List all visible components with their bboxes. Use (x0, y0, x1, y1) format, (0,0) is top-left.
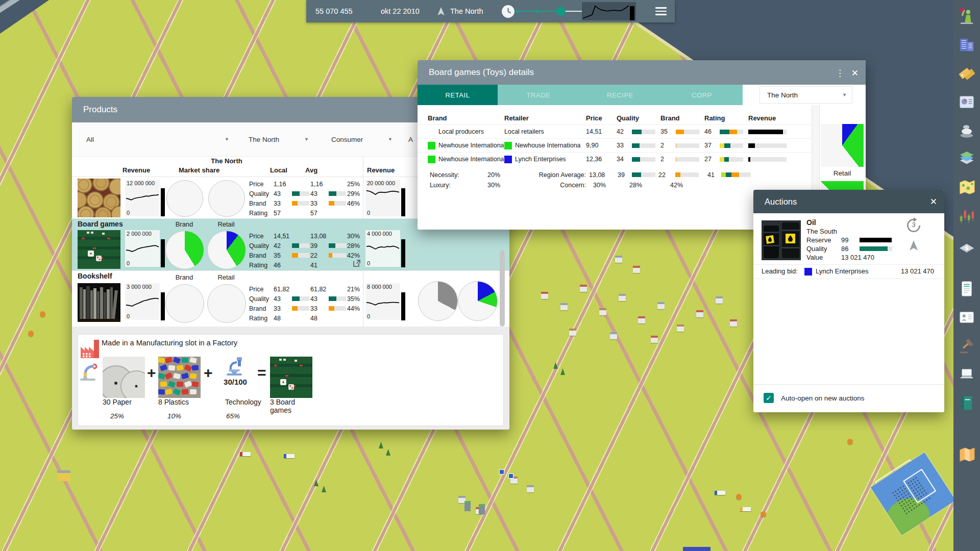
book-icon[interactable] (953, 389, 980, 417)
oil-barrels-image (762, 220, 801, 260)
go-to-location-icon[interactable] (908, 239, 920, 252)
product-name: Board games (78, 220, 123, 228)
tab-retail[interactable]: RETAIL (418, 85, 498, 105)
robot-arm-icon (78, 360, 101, 385)
layers-icon[interactable] (953, 145, 980, 173)
bottom-indigo-bar[interactable] (683, 547, 710, 551)
brand-color-swatch (428, 156, 435, 163)
products-title: Products (83, 105, 117, 115)
tab-trade[interactable]: TRADE (498, 85, 579, 105)
kebab-menu-icon[interactable]: ⋮ (836, 60, 844, 86)
checkmark-icon: ✓ (766, 394, 772, 402)
retail-share-pie (208, 180, 245, 217)
product-stats: Price14,5113,0830% Quality423928% Brand3… (249, 231, 363, 270)
brand-share-pie (165, 284, 204, 323)
filter-type-dropdown[interactable]: Consumer▼ (331, 133, 393, 146)
slider-thumb[interactable] (556, 7, 566, 16)
revenue2-mini-chart: 20 000 000 0 (365, 180, 400, 216)
output-label: 3 Board games (270, 398, 316, 414)
report-icon[interactable] (953, 88, 980, 116)
region-group-header: The North (191, 157, 262, 165)
luxury-value: 30% (487, 182, 500, 189)
retail-row[interactable]: Newhouse International Newhouse Internat… (418, 138, 812, 152)
tab-recipe[interactable]: RECIPE (579, 85, 661, 105)
contracts-icon[interactable] (953, 274, 980, 303)
revenue-current-bar (401, 188, 405, 216)
board-games-output-image (270, 357, 312, 398)
revenue-mini-chart: 3 000 000 0 (125, 283, 160, 320)
region-map-icon[interactable] (953, 441, 980, 469)
input3-label: Technology (225, 398, 276, 406)
retail-row[interactable]: Newhouse International Lynch Enterprises… (418, 152, 812, 166)
input1-label: 30 Paper (103, 398, 154, 406)
filter-category-dropdown[interactable]: All▼ (86, 133, 229, 146)
auctions-window: Auctions ✕ Oil The South Reserve 99 Qual… (753, 190, 944, 412)
bidder-color-swatch (804, 268, 812, 276)
navigation-arrow-icon (436, 0, 446, 22)
stones-icon[interactable] (953, 116, 980, 145)
product-row-bookshelf[interactable]: Bookshelf 3 000 000 0 Brand Retail Price… (72, 270, 509, 327)
revenue2-mini-chart: 4 000 000 0 (365, 230, 400, 267)
retail-table: Brand Retailer Price Quality Brand Ratin… (418, 111, 812, 166)
retail-summary: Necessity: 20% Luxury: 30% Region Averag… (418, 168, 812, 197)
input3-percent: 65% (212, 412, 254, 420)
retail-pie-label: Retail (208, 273, 244, 281)
contacts-icon[interactable] (953, 303, 980, 332)
revenue-current-bar (161, 188, 165, 216)
close-icon[interactable]: ✕ (930, 190, 937, 213)
region-avg-price: 13,08 (589, 171, 605, 179)
microscope-icon (225, 356, 247, 381)
tab-corp[interactable]: CORP (661, 85, 743, 105)
leading-bid-row: Leading bid: Lynch Enterprises 13 021 47… (753, 264, 944, 279)
auto-open-checkbox[interactable]: ✓ (764, 393, 774, 403)
retail-pie-label: Retail (821, 169, 864, 177)
revenue-mini-chart: 12 000 000 0 (125, 180, 160, 216)
recipe-header: Made in a Manufacturing slot in a Factor… (102, 339, 237, 347)
open-details-icon[interactable] (352, 259, 361, 270)
region-name[interactable]: The North (450, 0, 483, 22)
price-tags-icon[interactable] (953, 59, 980, 88)
retailer-color-swatch (504, 142, 512, 149)
input2-label: 8 Plastics (158, 398, 209, 406)
advisor-icon[interactable] (953, 2, 980, 31)
details-titlebar[interactable]: Board games (Toys) details (418, 60, 866, 85)
plastics-image (158, 357, 201, 398)
money-platform-icon[interactable]: $ (953, 231, 980, 259)
stocks-icon[interactable] (953, 202, 980, 231)
world-map-icon[interactable] (953, 173, 980, 202)
revenue-current-bar (161, 239, 165, 267)
retail-row[interactable]: Local producers Local retailers 14,51 42… (418, 124, 812, 138)
right-sidebar: $ (953, 0, 980, 551)
auction-gavel-icon[interactable] (953, 332, 980, 360)
topbar-mini-chart[interactable] (582, 2, 636, 20)
details-region-dropdown[interactable]: The North ▼ (760, 86, 852, 104)
product-name: Bookshelf (78, 272, 112, 280)
plus-sign: + (147, 364, 156, 382)
date-display: okt 22 2010 (381, 0, 420, 22)
laptop-icon[interactable] (953, 360, 980, 389)
auctions-titlebar[interactable]: Auctions (753, 190, 944, 213)
chevron-down-icon: ▼ (304, 137, 309, 142)
quality-value: 86 (841, 245, 848, 253)
market-share-pie (418, 281, 458, 321)
chevron-down-icon: ▼ (842, 92, 847, 97)
region-avg-brand: 22 (653, 171, 666, 179)
brand-color-swatch (428, 142, 435, 149)
clock-icon[interactable] (501, 0, 515, 22)
factory-icon (79, 338, 101, 362)
retail-table-header: Brand Retailer Price Quality Brand Ratin… (418, 111, 812, 124)
product-stats: Price61,8261,8221% Quality434335% Brand3… (249, 284, 363, 323)
chevron-down-icon: ▼ (225, 137, 229, 142)
brand-share-pie (165, 231, 204, 269)
close-icon[interactable]: ✕ (851, 60, 859, 86)
canned-goods-image (78, 179, 120, 217)
buildings-icon[interactable] (953, 31, 980, 59)
menu-icon[interactable] (655, 7, 667, 15)
revenue-current-bar (401, 239, 405, 267)
retailer-color-swatch (504, 156, 512, 163)
leading-bidder: Lynch Enterprises (816, 267, 869, 275)
products-scrollbar[interactable] (500, 250, 505, 327)
equals-sign: = (257, 364, 266, 382)
filter-region-dropdown[interactable]: The North▼ (249, 133, 309, 146)
auto-open-label: Auto-open on new auctions (781, 394, 865, 402)
